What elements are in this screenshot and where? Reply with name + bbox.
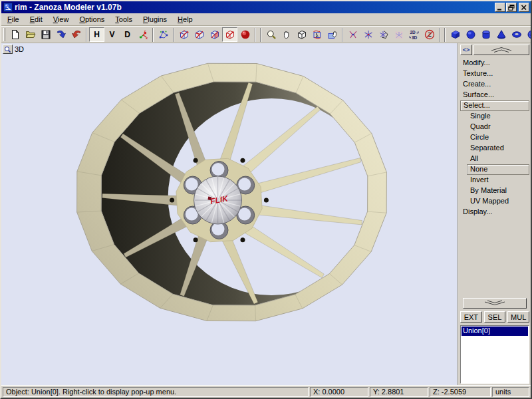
viewport-maximize-button[interactable] — [3, 45, 13, 54]
panel-scroll-up-button[interactable] — [473, 45, 529, 55]
panel-top-row: <> — [460, 45, 529, 55]
viewport-corner: 3D — [3, 45, 24, 54]
open-file-icon[interactable] — [23, 27, 38, 42]
panel-item-modify[interactable]: Modify... — [460, 58, 529, 68]
primitive-geosphere-icon[interactable] — [524, 27, 531, 42]
restore-button[interactable] — [506, 3, 517, 12]
chevron-up-icon — [486, 47, 517, 53]
export-icon[interactable] — [68, 27, 84, 42]
zbuffer-off-icon[interactable]: Z — [422, 27, 437, 42]
view-cube-icon — [297, 29, 307, 40]
export-icon — [71, 29, 82, 40]
move-view-icon — [327, 29, 338, 40]
window-title: rim - Zanoza Modeler v1.07b — [15, 3, 494, 12]
toolbar: HVDzx2D3DZ — [1, 26, 531, 43]
toolbar-separator — [439, 28, 440, 42]
save-file-icon[interactable] — [38, 27, 53, 42]
snap-icon[interactable] — [391, 27, 406, 42]
primitive-cube-icon[interactable] — [448, 27, 463, 42]
close-button[interactable] — [519, 3, 529, 12]
primitive-sphere-icon[interactable] — [463, 27, 478, 42]
panel-item-single[interactable]: Single — [460, 111, 529, 122]
move-view-icon[interactable] — [325, 27, 340, 42]
panel-scroll-down-button[interactable] — [463, 298, 527, 309]
primitive-cube-icon — [450, 29, 461, 40]
panel-item-select[interactable]: Select... — [460, 100, 529, 111]
weld-icon[interactable] — [360, 27, 376, 42]
panel-item-by-material[interactable]: By Material — [460, 186, 529, 196]
app-window: rim - Zanoza Modeler v1.07b FileEditView… — [0, 0, 532, 399]
sel-button[interactable]: SEL — [484, 311, 506, 323]
toggle-2d3d-icon[interactable]: 2D3D — [406, 27, 422, 42]
panel-item-circle[interactable]: Circle — [460, 132, 529, 143]
ext-button[interactable]: EXT — [460, 311, 482, 323]
snap-icon — [394, 29, 404, 40]
select-faces-icon — [209, 29, 220, 40]
menu-edit[interactable]: Edit — [25, 14, 48, 25]
menu-view[interactable]: View — [48, 14, 74, 25]
panel-item-display[interactable]: Display... — [460, 207, 529, 217]
open-file-icon — [25, 29, 36, 40]
primitive-cone-icon[interactable] — [493, 27, 509, 42]
viewport-3d[interactable]: FLIK 3D — [1, 43, 458, 385]
panel-collapse-button[interactable]: <> — [460, 45, 472, 55]
toggle-h-button-label: H — [94, 30, 100, 39]
panel-item-create[interactable]: Create... — [460, 79, 529, 90]
toggle-d-button[interactable]: D — [120, 27, 135, 42]
toolbar-separator — [86, 28, 87, 42]
panel-item-invert[interactable]: Invert — [460, 175, 529, 186]
detach-icon[interactable] — [376, 27, 391, 42]
toolbar-separator — [173, 28, 174, 42]
toolbar-separator — [152, 28, 154, 42]
create-polygon-icon[interactable] — [156, 27, 171, 42]
status-message: Object: Union[0]. Right-click to display… — [3, 387, 309, 397]
panel-item-separated[interactable]: Separated — [460, 143, 529, 154]
object-list[interactable]: Union[0] — [460, 325, 529, 384]
import-icon[interactable] — [53, 27, 68, 42]
unweld-icon[interactable] — [345, 27, 360, 42]
menu-options[interactable]: Options — [74, 14, 110, 25]
toolbar-grip — [3, 28, 5, 41]
select-edges-icon[interactable] — [192, 27, 207, 42]
toggle-h-button[interactable]: H — [89, 27, 104, 42]
create-polygon-icon — [158, 29, 169, 40]
new-file-icon[interactable] — [7, 27, 23, 42]
panel-item-quadr[interactable]: Quadr — [460, 122, 529, 132]
menu-file[interactable]: File — [2, 14, 25, 25]
select-vertices-icon[interactable] — [176, 27, 192, 42]
zbuffer-off-icon: Z — [424, 29, 435, 40]
panel-item-surface[interactable]: Surface... — [460, 90, 529, 100]
mul-button[interactable]: MUL — [507, 311, 529, 323]
menu-bar: FileEditViewOptionsToolsPluginsHelp — [1, 13, 531, 26]
toggle-d-button-label: D — [124, 30, 130, 39]
primitive-geosphere-icon — [527, 29, 531, 40]
toolbar-separator — [255, 28, 256, 42]
magnifier-icon — [4, 46, 11, 53]
rotate-view-icon[interactable] — [309, 27, 325, 42]
toggle-v-button[interactable]: V — [104, 27, 120, 42]
view-cube-icon[interactable] — [294, 27, 309, 42]
pan-tool-icon[interactable] — [279, 27, 294, 42]
svg-text:3D: 3D — [412, 35, 418, 40]
primitive-torus-icon[interactable] — [509, 27, 524, 42]
wheel-model: FLIK — [77, 63, 387, 321]
minimize-button[interactable] — [495, 3, 505, 12]
detach-icon — [378, 29, 389, 40]
menu-tools[interactable]: Tools — [110, 14, 138, 25]
panel-item-texture[interactable]: Texture... — [460, 68, 529, 79]
panel-item-all[interactable]: All — [460, 154, 529, 164]
material-editor-icon[interactable] — [237, 27, 253, 42]
axis-mode-icon[interactable]: zx — [135, 27, 150, 42]
panel-item-none[interactable]: None — [467, 164, 529, 175]
select-faces-icon[interactable] — [207, 27, 222, 42]
status-units: units — [492, 387, 529, 397]
menu-help[interactable]: Help — [172, 14, 198, 25]
zoom-tool-icon[interactable] — [263, 27, 279, 42]
object-list-item[interactable]: Union[0] — [462, 327, 528, 336]
select-objects-icon[interactable] — [222, 27, 237, 42]
menu-plugins[interactable]: Plugins — [138, 14, 172, 25]
chevron-down-icon — [479, 300, 510, 307]
status-bar: Object: Union[0]. Right-click to display… — [1, 385, 531, 398]
panel-item-uv-mapped[interactable]: UV Mapped — [460, 196, 529, 207]
primitive-cylinder-icon[interactable] — [478, 27, 493, 42]
